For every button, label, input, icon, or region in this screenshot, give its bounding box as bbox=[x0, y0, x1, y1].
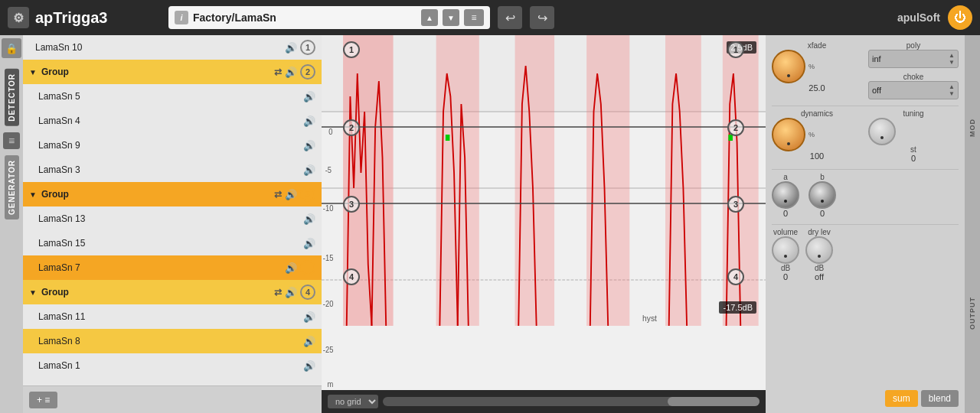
mod-a-knob[interactable] bbox=[772, 181, 799, 209]
xfade-group: xfade % 25.0 bbox=[772, 41, 862, 93]
speaker-icon: 🔊 bbox=[303, 140, 315, 151]
xfade-label: xfade bbox=[772, 41, 862, 50]
shuffle-icon: ⇄ bbox=[274, 287, 282, 298]
dry-lev-group: dry lev dB off bbox=[805, 228, 833, 281]
app-name: apTrigga3 bbox=[35, 9, 107, 27]
dynamics-percent: % bbox=[808, 131, 815, 138]
sum-blend-row: sum blend bbox=[772, 384, 959, 407]
list-item[interactable]: LamaSn 11 🔊 bbox=[23, 304, 322, 329]
output-section: volume dB 0 dry lev dB off bbox=[772, 228, 959, 281]
svg-text:hyst: hyst bbox=[642, 314, 657, 323]
sum-button[interactable]: sum bbox=[885, 390, 918, 407]
circle-marker-1: 1 bbox=[343, 41, 360, 58]
tuning-unit: st bbox=[868, 145, 959, 154]
redo-button[interactable]: ↪ bbox=[530, 6, 554, 29]
svg-rect-13 bbox=[446, 135, 450, 141]
mod-section: a 0 b 0 bbox=[772, 173, 959, 225]
dynamics-knob[interactable] bbox=[772, 118, 805, 151]
volume-unit: dB bbox=[772, 264, 799, 272]
mod-b-group: b 0 bbox=[808, 173, 836, 218]
list-item[interactable]: LamaSn 13 🔊 bbox=[23, 206, 322, 231]
speaker-icon: 🔊 bbox=[303, 360, 315, 372]
patch-footer: + ≡ bbox=[23, 385, 322, 413]
preset-menu-button[interactable]: ≡ bbox=[464, 9, 484, 26]
waveform-footer: no grid 1/4 1/8 1/16 bbox=[322, 390, 766, 413]
dynamics-label: dynamics bbox=[772, 109, 862, 118]
triangle-icon: ▼ bbox=[29, 190, 37, 199]
preset-next-button[interactable]: ▼ bbox=[443, 9, 459, 26]
circle-marker-1-right: 1 bbox=[727, 41, 744, 58]
mod-b-value: 0 bbox=[808, 209, 836, 218]
speaker-icon: 🔊 bbox=[303, 336, 315, 347]
dynamics-tuning-section: dynamics % 100 tuning st 0 bbox=[772, 109, 959, 170]
grid-select[interactable]: no grid 1/4 1/8 1/16 bbox=[328, 395, 378, 408]
choke-select[interactable]: off ▲▼ bbox=[868, 81, 959, 99]
detector-tab[interactable]: DETECTOR bbox=[5, 69, 19, 126]
mod-a-label: a bbox=[772, 173, 799, 181]
poly-value: inf bbox=[872, 54, 881, 63]
list-item[interactable]: LamaSn 9 🔊 bbox=[23, 133, 322, 158]
dry-lev-unit: dB bbox=[805, 264, 833, 272]
list-item[interactable]: LamaSn 4 🔊 bbox=[23, 109, 322, 133]
preset-info-button[interactable]: i bbox=[175, 11, 188, 24]
dynamics-group: dynamics % 100 bbox=[772, 109, 862, 161]
xfade-knob[interactable] bbox=[772, 50, 805, 83]
svg-text:-25: -25 bbox=[323, 346, 334, 354]
speaker-icon: 🔊 bbox=[303, 91, 315, 102]
preset-prev-button[interactable]: ▲ bbox=[421, 9, 438, 26]
poly-select[interactable]: inf ▲▼ bbox=[868, 50, 959, 68]
app-title: ⚙ apTrigga3 bbox=[8, 7, 161, 28]
hamburger-icon[interactable]: ≡ bbox=[3, 132, 20, 149]
speaker-icon: 🔊 bbox=[285, 262, 297, 274]
gear-icon[interactable]: ⚙ bbox=[8, 7, 29, 28]
circle-marker-4: 4 bbox=[343, 268, 360, 285]
generator-tab[interactable]: GENERATOR bbox=[5, 155, 19, 220]
svg-text:0: 0 bbox=[328, 128, 332, 136]
list-item[interactable]: LamaSn 1 🔊 bbox=[23, 353, 322, 378]
group-item[interactable]: ▼ Group ⇄ 🔊 3 bbox=[23, 182, 322, 206]
dry-lev-knob[interactable] bbox=[805, 236, 833, 264]
preset-bar: i Factory/LamaSn ▲ ▼ ≡ bbox=[168, 6, 490, 29]
waveform-scrollbar[interactable] bbox=[383, 397, 760, 406]
list-item[interactable]: LamaSn 3 🔊 bbox=[23, 158, 322, 182]
choke-value: off bbox=[872, 86, 881, 95]
mod-a-group: a 0 bbox=[772, 173, 799, 218]
patch-list: LamaSn 10 🔊 1 ▼ Group ⇄ 🔊 2 LamaSn 5 🔊 L… bbox=[23, 35, 322, 413]
list-item[interactable]: LamaSn 8 🔊 bbox=[23, 329, 322, 353]
svg-text:-20: -20 bbox=[323, 300, 334, 308]
shuffle-icon: ⇄ bbox=[274, 67, 282, 77]
volume-label: volume bbox=[772, 228, 799, 236]
list-item[interactable]: LamaSn 10 🔊 1 bbox=[23, 35, 322, 60]
tuning-knob[interactable] bbox=[868, 118, 896, 145]
waveform-scrollbar-thumb bbox=[668, 397, 760, 406]
mod-b-knob[interactable] bbox=[808, 181, 836, 209]
output-tab-label: OUTPUT bbox=[969, 297, 976, 330]
waveform-canvas[interactable]: hyst 0 -5 -10 -15 -20 -25 m 2.5dB -17.5d… bbox=[322, 35, 766, 390]
mod-tab-label: MOD bbox=[969, 119, 976, 137]
add-list-button[interactable]: + ≡ bbox=[29, 392, 57, 408]
list-item[interactable]: LamaSn 15 🔊 bbox=[23, 231, 322, 255]
list-item[interactable]: LamaSn 7 🔊 bbox=[23, 255, 322, 280]
svg-text:-15: -15 bbox=[323, 254, 334, 262]
undo-button[interactable]: ↩ bbox=[498, 6, 522, 29]
circle-marker-2: 2 bbox=[343, 119, 360, 136]
power-button[interactable]: ⏻ bbox=[948, 5, 972, 30]
speaker-icon: 🔊 bbox=[303, 238, 315, 249]
list-item[interactable]: LamaSn 5 🔊 bbox=[23, 84, 322, 109]
circle-marker-4-right: 4 bbox=[727, 268, 744, 285]
mod-b-label: b bbox=[808, 173, 836, 181]
blend-button[interactable]: blend bbox=[921, 390, 959, 407]
triangle-icon: ▼ bbox=[29, 288, 37, 297]
group-item[interactable]: ▼ Group ⇄ 🔊 4 bbox=[23, 280, 322, 304]
lock-button[interactable]: 🔒 bbox=[2, 38, 21, 58]
shuffle-icon: ⇄ bbox=[274, 189, 282, 200]
dry-lev-label: dry lev bbox=[805, 228, 833, 236]
group-item[interactable]: ▼ Group ⇄ 🔊 2 bbox=[23, 60, 322, 84]
svg-text:-10: -10 bbox=[323, 204, 334, 213]
right-side-tabs: MOD OUTPUT bbox=[965, 35, 980, 413]
circle-marker-2-right: 2 bbox=[727, 119, 744, 136]
circle-marker-3-right: 3 bbox=[727, 196, 744, 213]
speaker-icon: 🔊 bbox=[285, 287, 297, 298]
volume-knob[interactable] bbox=[772, 236, 799, 264]
triangle-icon: ▼ bbox=[29, 68, 37, 76]
